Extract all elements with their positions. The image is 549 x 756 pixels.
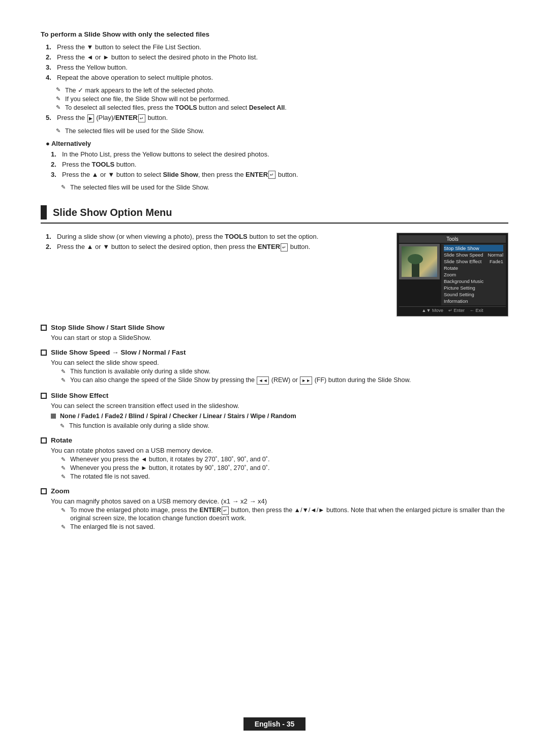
zoom-note-2: ✎ The enlarged file is not saved. [61,523,508,530]
subsection-stop: Stop Slide Show / Start Slide Show You c… [41,324,508,341]
rotate-note-2: ✎ Whenever you press the ► button, it ro… [61,464,508,471]
tv-menu-speed: Slide Show SpeedNormal [444,251,503,258]
alt-note: ✎ The selected files will be used for th… [61,184,508,191]
intro-step-2: 2. Press the ▲ or ▼ button to select the… [41,243,386,251]
step5-list: 5. Press the ▶ (Play)/ENTER↵ button. [41,114,508,122]
subsection-speed-title: Slide Show Speed → Slow / Normal / Fast [41,349,508,356]
stop-bullet [41,325,47,331]
tv-menu-stop: Stop Slide Show [444,245,503,251]
subsection-speed-body: You can select the slide show speed. ✎ T… [41,359,508,385]
tv-menu-zoom: Zoom [444,271,503,278]
step5-note-1: ✎ The selected files will be used for th… [56,128,508,135]
tv-photo-preview [399,244,440,279]
subsection-speed: Slide Show Speed → Slow / Normal / Fast … [41,349,508,385]
effect-bullet [41,393,47,399]
rotate-note-3: ✎ The rotated file is not saved. [61,473,508,480]
intro-left: 1. During a slide show (or when viewing … [41,233,386,317]
tv-menu-rotate: Rotate [444,265,503,271]
effect-sub-notes: ✎ This function is available only during… [60,422,508,429]
subsection-effect-title: Slide Show Effect [41,392,508,399]
subsection-rotate: Rotate You can rotate photos saved on a … [41,436,508,480]
subsection-rotate-body: You can rotate photos saved on a USB mem… [41,447,508,480]
tv-menu-effect: Slide Show EffectFade1 [444,258,503,265]
alternatively-title: ● Alternatively [46,140,508,147]
subsection-zoom-title: Zoom [41,487,508,495]
top-steps-list: 1. Press the ▼ button to select the File… [41,43,508,81]
footer-badge: English - 35 [243,717,306,731]
section-title: Slide Show Option Menu [53,207,172,218]
tv-menu-sound: Sound Setting [444,291,503,298]
effect-none-title: None / Fade1 / Fade2 / Blind / Spiral / … [51,413,508,420]
step4-note-3: ✎ To deselect all selected files, press … [56,104,508,111]
step4-notes: ✎ The ✓ mark appears to the left of the … [56,86,508,111]
speed-notes: ✎ This function is available only during… [61,368,508,385]
alternatively-section: ● Alternatively 1. In the Photo List, pr… [46,140,508,192]
tv-menu-info: Information [444,298,503,304]
speed-note-1: ✎ This function is available only during… [61,368,508,375]
step-1: 1. Press the ▼ button to select the File… [41,43,508,51]
speed-note-2: ✎ You can also change the speed of the S… [61,376,508,385]
enter-icon2: ↵ [268,171,276,179]
step-2: 2. Press the ◄ or ► button to select the… [41,53,508,61]
subsection-zoom: Zoom You can magnify photos saved on a U… [41,487,508,530]
alternatively-steps: 1. In the Photo List, press the Yellow b… [46,150,508,179]
effect-sub-note-1: ✎ This function is available only during… [60,422,508,429]
zoom-bullet [41,488,47,494]
page-footer: English - 35 [0,717,549,731]
zoom-note-1: ✎ To move the enlarged photo image, pres… [61,507,508,522]
tv-menu: Stop Slide Show Slide Show SpeedNormal S… [441,244,506,305]
play-icon: ▶ [87,114,94,122]
step5-notes: ✎ The selected files will be used for th… [56,128,508,135]
alt-step-2: 2. Press the TOOLS button. [46,161,508,168]
tv-screenshot: Tools Stop Slide Show Slide Show SpeedNo… [396,233,508,317]
black-bar-accent [41,205,47,219]
step-5: 5. Press the ▶ (Play)/ENTER↵ button. [41,114,508,122]
enter-icon4: ↵ [222,507,229,515]
effect-filled-bullet [51,414,56,419]
rotate-notes: ✎ Whenever you press the ◄ button, it ro… [61,456,508,480]
subsection-stop-title: Stop Slide Show / Start Slide Show [41,324,508,331]
enter-icon: ↵ [138,114,145,122]
intro-step-1: 1. During a slide show (or when viewing … [41,233,386,240]
intro-steps: 1. During a slide show (or when viewing … [41,233,386,251]
section-header: Slide Show Option Menu [41,205,508,224]
tv-tools-title: Tools [399,235,506,243]
tv-menu-picture: Picture Setting [444,285,503,291]
rew-icon: ◄◄ [257,376,269,385]
subsection-stop-body: You can start or stop a SlideShow. [41,334,508,341]
subsection-effect-body: You can select the screen transition eff… [41,402,508,429]
alt-step-3: 3. Press the ▲ or ▼ button to select Sli… [46,171,508,179]
tv-ui-container: Tools Stop Slide Show Slide Show SpeedNo… [396,233,508,317]
rotate-note-1: ✎ Whenever you press the ◄ button, it ro… [61,456,508,463]
step-3: 3. Press the Yellow button. [41,64,508,71]
ff-icon: ►► [300,376,312,385]
effect-sub-item: None / Fade1 / Fade2 / Blind / Spiral / … [51,413,508,429]
subsection-effect: Slide Show Effect You can select the scr… [41,392,508,429]
tv-menu-bgmusic: Background Music [444,278,503,285]
intro-two-col: 1. During a slide show (or when viewing … [41,233,508,317]
step-4: 4. Repeat the above operation to select … [41,74,508,81]
subsection-rotate-title: Rotate [41,436,508,444]
top-section: To perform a Slide Show with only the se… [41,30,508,191]
tv-nav-bar: ▲▼ Move ↵ Enter ← Exit [399,306,506,314]
alt-step-1: 1. In the Photo List, press the Yellow b… [46,150,508,158]
alt-note-1: ✎ The selected files will be used for th… [61,184,508,191]
rotate-bullet [41,437,47,444]
zoom-notes: ✎ To move the enlarged photo image, pres… [61,507,508,530]
enter-icon3: ↵ [281,243,288,251]
subsection-zoom-body: You can magnify photos saved on a USB me… [41,497,508,530]
step4-note-2: ✎ If you select one file, the Slide Show… [56,96,508,103]
top-heading: To perform a Slide Show with only the se… [41,30,508,38]
speed-bullet [41,350,47,356]
step4-note-1: ✎ The ✓ mark appears to the left of the … [56,86,508,94]
